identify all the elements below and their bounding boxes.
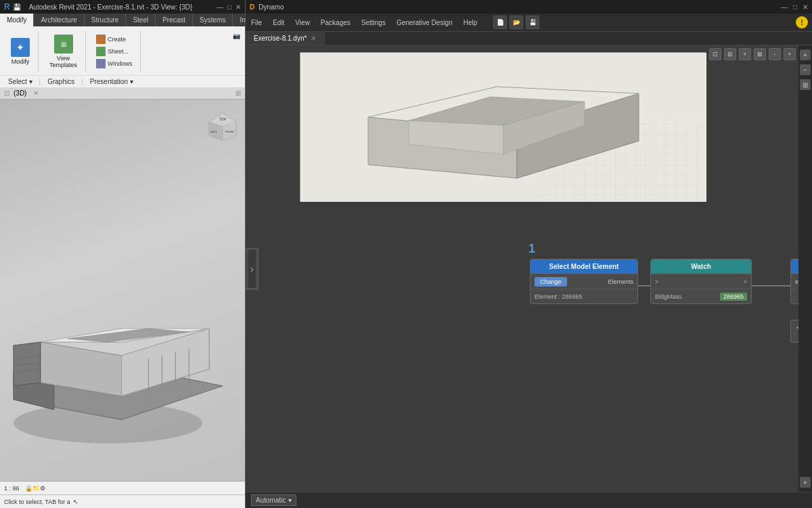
node-watch[interactable]: Watch > > BldgMass 286965 [650,259,752,304]
ribbon-bottom-sep2: | [81,78,83,85]
preview-3d-model [300,53,706,202]
dynamo-title: Dynamo [258,3,284,11]
resize-handle[interactable]: ⊞ [235,89,241,97]
menu-help[interactable]: Help [462,18,479,27]
revit-panel: R 💾 Autodesk Revit 2021 - Exercise-8.1.r… [0,0,246,508]
node-number-1: 1 [528,242,535,256]
ribbon-tab-precast[interactable]: Precast [156,14,193,26]
svg-text:LEFT: LEFT [210,130,217,133]
dynamo-toolbar: 📄 📂 💾 [493,16,539,29]
ribbon-tab-architecture[interactable]: Architecture [34,14,84,26]
menu-edit[interactable]: Edit [271,18,286,27]
run-mode-arrow: ▾ [288,496,292,504]
ribbon-tab-systems[interactable]: Systems [193,14,233,26]
background-toggle-button[interactable]: ⊡ [709,48,721,60]
svg-text:TOP: TOP [219,117,227,121]
menu-view[interactable]: View [294,18,311,27]
zoom-out-button[interactable]: - [769,48,781,60]
bldgmass-label: BldgMass [655,293,682,300]
bldgmass-value: 286965 [720,293,747,301]
ribbon-tab-structure[interactable]: Structure [85,14,127,26]
camera-button[interactable]: 📷 [231,32,242,40]
revit-title: Autodesk Revit 2021 - Exercise-8.1.rvt -… [29,3,193,11]
zoom-in-button[interactable]: + [739,48,751,60]
ribbon-bottom: Select ▾ | Graphics | Presentation ▾ [0,75,245,87]
modify-label: Modify [12,58,30,65]
node-select-header: Select Model Element [531,259,637,274]
dynamo-top-right-icons: ⊡ ⊞ + ⊠ - + [709,48,796,60]
dynamo-3d-preview [300,52,706,201]
dynamo-sidebar-right: + − ⊞ + [798,45,812,492]
menu-generative-design[interactable]: Generative Design [395,18,454,27]
create-button[interactable]: Create [94,34,135,45]
toolbar-save-button[interactable]: 💾 [526,16,539,29]
dynamo-close-button[interactable]: ✕ [803,3,808,11]
windows-icon [96,59,106,68]
graphics-label: Graphics [47,78,74,85]
view-title-area: ⊡ (3D) ✕ [4,89,39,97]
view-close-button[interactable]: ✕ [33,89,39,97]
view-templates-button[interactable]: ⊞ ViewTemplates [47,33,80,70]
modify-icon: ✦ [11,38,30,57]
view-icon: ⊡ [4,89,9,97]
zoom-fit-button[interactable]: ⊠ [754,48,766,60]
ribbon-tab-modify[interactable]: Modify [0,14,34,26]
ribbon-tab-steel[interactable]: Steel [126,14,156,26]
node-watch-ports-row: > > [651,274,751,289]
revit-3d-header: ⊡ (3D) ✕ ⊞ [0,87,245,100]
menu-packages[interactable]: Packages [319,18,352,27]
sheet-label: Sheet... [108,48,129,55]
dynamo-titlebar-controls: — □ ✕ [781,3,808,11]
modify-button[interactable]: ✦ Modify [8,37,32,66]
zoom-in-sidebar-button[interactable]: + [800,49,811,60]
windows-label: Windows [108,60,133,67]
graphics-item[interactable]: Graphics [43,77,78,86]
run-mode-label: Automatic [256,496,286,504]
ribbon-bottom-sep: | [39,78,41,85]
zoom-fit-sidebar-button[interactable]: ⊞ [800,79,811,90]
revit-titlebar: R 💾 Autodesk Revit 2021 - Exercise-8.1.r… [0,0,245,14]
create-icon [96,35,106,44]
element-value: Element : 286965 [535,293,583,300]
create-label: Create [108,36,126,43]
revit-minimize-button[interactable]: — [217,3,223,11]
ribbon-group-modify: ✦ Modify [3,31,39,72]
dynamo-tab-exercise[interactable]: Exercise-8.1.dyn* ✕ [246,32,325,45]
ribbon-group-view: ⊞ ViewTemplates [41,31,86,72]
warning-icon[interactable]: ! [796,16,808,28]
dynamo-tab-close-button[interactable]: ✕ [311,35,316,42]
revit-close-button[interactable]: ✕ [235,3,241,11]
revit-quick-save[interactable]: 💾 [13,3,21,11]
revit-titlebar-left: R 💾 Autodesk Revit 2021 - Exercise-8.1.r… [4,2,192,12]
node-select-element-row: Element : 286965 [531,289,637,303]
dynamo-panel: D Dynamo — □ ✕ File Edit View Packages S… [246,0,812,508]
dynamo-tabbar: Exercise-8.1.dyn* ✕ [246,32,812,45]
zoom-out-sidebar-button[interactable]: − [800,64,811,75]
dynamo-canvas[interactable]: ⊡ ⊞ + ⊠ - + [246,45,812,492]
menu-file[interactable]: File [250,18,263,27]
elements-port: Elements [608,278,633,285]
revit-3d-view[interactable]: TOP LEFT FRONT [0,100,245,481]
run-mode-dropdown[interactable]: Automatic ▾ [251,494,296,506]
revit-restore-button[interactable]: □ [227,3,231,11]
scale-label: 1 : 96 [4,485,20,492]
toolbar-open-button[interactable]: 📂 [510,16,523,29]
dynamo-minimize-button[interactable]: — [781,3,788,11]
presentation-dropdown[interactable]: Presentation ▾ [86,77,137,86]
node-select-body: Change Elements Element : 286965 [531,274,637,303]
change-button[interactable]: Change [535,277,567,287]
dynamo-menubar: File Edit View Packages Settings Generat… [246,14,812,32]
node-select-model-element[interactable]: Select Model Element Change Elements Ele… [530,259,638,304]
view-cube[interactable]: TOP LEFT FRONT [206,110,240,144]
grid-toggle-button[interactable]: ⊞ [724,48,736,60]
sidebar-extra-button[interactable]: + [800,477,811,488]
view-templates-icon: ⊞ [54,35,73,54]
dynamo-restore-button[interactable]: □ [793,3,797,11]
windows-button[interactable]: Windows [94,58,135,69]
sheet-button[interactable]: Sheet... [94,46,135,57]
select-dropdown[interactable]: Select ▾ [4,77,37,86]
library-toggle-button[interactable]: › [248,250,256,288]
zoom-extend-button[interactable]: + [784,48,796,60]
menu-settings[interactable]: Settings [360,18,387,27]
toolbar-new-button[interactable]: 📄 [493,16,507,29]
